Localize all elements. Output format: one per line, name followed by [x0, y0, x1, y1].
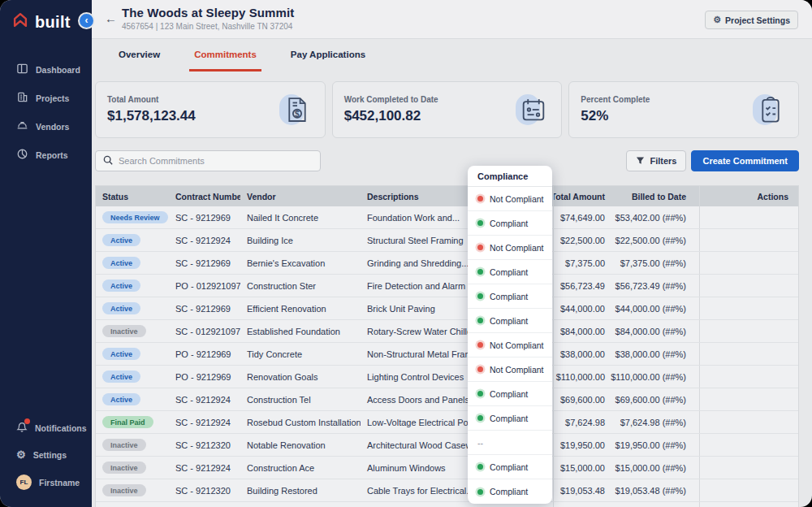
vendor-cell: Renovation Goals: [240, 372, 361, 382]
stat-label: Total Amount: [107, 95, 196, 104]
search-input[interactable]: [119, 156, 313, 166]
contract-number-cell: SC - 9212320: [169, 486, 240, 496]
compliance-row[interactable]: Not Compliant: [468, 187, 552, 211]
status-badge: Active: [102, 257, 140, 269]
contract-number-cell: SC - 9212969: [169, 213, 240, 223]
compliance-row[interactable]: Compliant: [468, 211, 552, 236]
create-commitment-label: Create Commitment: [702, 156, 788, 166]
actions-cell: [699, 229, 798, 251]
compliance-status-dot: [477, 342, 483, 348]
actions-cell: [699, 320, 798, 342]
create-commitment-button[interactable]: Create Commitment: [691, 150, 799, 171]
total-amount-cell: $56,723.49: [553, 275, 608, 297]
compliance-row[interactable]: Compliant: [468, 455, 552, 479]
vendor-cell: Notable Renovation: [240, 440, 361, 450]
table-row[interactable]: ActivePO - 012921097Construction SterFir…: [96, 275, 798, 297]
tab-commitments[interactable]: Commitments: [189, 39, 261, 72]
compliance-row[interactable]: Compliant: [468, 406, 552, 431]
vendor-cell: Building Ice: [240, 236, 361, 245]
stat-cards: Total Amount $1,578,123.44 $ Work Comple…: [95, 81, 799, 138]
compliance-status-label: Compliant: [490, 316, 528, 326]
column-header-actions[interactable]: Actions: [699, 186, 798, 206]
compliance-status-dot: [477, 489, 483, 495]
main-content: ← The Woods at Sleepy Summit 4567654 | 1…: [92, 0, 812, 507]
column-header-vendor[interactable]: Vendor: [240, 192, 361, 202]
table-row[interactable]: ActiveSC - 9212969Bernie's ExcavationGri…: [96, 252, 798, 275]
project-settings-button[interactable]: ⚙ Project Settings: [705, 11, 798, 29]
compliance-row[interactable]: Compliant: [468, 309, 552, 333]
compliance-status-label: Not Compliant: [490, 365, 544, 375]
vendor-cell: Tidy Concrete: [240, 349, 361, 359]
table-row[interactable]: ActivePO - 9212969Tidy ConcreteNon-Struc…: [96, 343, 798, 366]
compliance-row[interactable]: Not Compliant: [468, 358, 552, 382]
compliance-column-overlay[interactable]: Compliance Not CompliantCompliantNot Com…: [468, 166, 552, 504]
table-row[interactable]: Needs ReviewSC - 9212969Nailed It Concre…: [96, 206, 798, 229]
actions-cell: [699, 275, 798, 297]
back-arrow-icon[interactable]: ←: [105, 11, 117, 25]
table-row[interactable]: Final PaidSC - 9212924Rosebud Custom Ins…: [96, 411, 798, 434]
table-row[interactable]: ActivePO - 9212969Renovation GoalsLighti…: [96, 366, 798, 388]
column-header-contract-number[interactable]: Contract Number: [169, 192, 240, 202]
status-cell: Inactive: [96, 325, 169, 337]
table-row[interactable]: InactiveSC - 9212924Construction AceAlum…: [96, 457, 798, 479]
reports-icon: [16, 148, 28, 162]
table-toolbar: Filters Create Commitment: [95, 150, 799, 171]
filters-button[interactable]: Filters: [626, 150, 686, 171]
dashboard-icon: [16, 63, 28, 76]
column-header-total-amount[interactable]: Total Amount: [553, 186, 608, 206]
sidebar-item-profile[interactable]: FL Firstname: [0, 467, 92, 497]
sidebar-item-vendors[interactable]: Vendors: [0, 112, 92, 141]
contract-number-cell: PO - 9212969: [169, 349, 240, 359]
table-row[interactable]: ActiveSC - 9212924Construction TelAccess…: [96, 388, 798, 411]
contract-number-cell: PO - 012921097: [169, 281, 240, 291]
search-box[interactable]: [95, 150, 321, 171]
gear-icon: ⚙: [713, 15, 721, 25]
status-cell: Inactive: [96, 439, 169, 451]
vendor-cell: Building Restored: [240, 486, 361, 496]
tab-overview[interactable]: Overview: [114, 39, 165, 72]
description-cell: Architectural Wood Casework: [361, 440, 468, 450]
sidebar-item-projects[interactable]: Projects: [0, 84, 92, 112]
title-block: The Woods at Sleepy Summit 4567654 | 123…: [122, 6, 294, 31]
table-row[interactable]: ActiveSC - 9212924Building IceStructural…: [96, 229, 798, 252]
table-row-partial[interactable]: Final Paid: [96, 502, 798, 507]
compliance-row[interactable]: Compliant: [468, 479, 552, 504]
total-amount-cell: $15,000.00: [553, 457, 608, 479]
stat-value: $452,100.82: [344, 108, 438, 124]
total-amount-cell: $110,000.00: [553, 366, 608, 388]
table-row[interactable]: ActiveSC - 9212969Efficient RenovationBr…: [96, 297, 798, 320]
sidebar-item-reports[interactable]: Reports: [0, 141, 92, 169]
billed-to-date-cell: $15,000.00 (##%): [608, 463, 689, 473]
compliance-row[interactable]: Compliant: [468, 284, 552, 309]
column-header-status[interactable]: Status: [96, 192, 169, 202]
table-row[interactable]: InactiveSC - 012921097Established Founda…: [96, 320, 798, 343]
total-amount-cell: $19,950.00: [553, 434, 608, 456]
column-header-billed-to-date[interactable]: Billed to Date: [608, 192, 689, 202]
total-amount-cell: $7,624.98: [553, 411, 608, 433]
sidebar-item-notifications[interactable]: Notifications: [0, 414, 92, 442]
calendar-icon: [517, 92, 550, 128]
compliance-row[interactable]: Compliant: [468, 260, 552, 284]
column-header-descriptions[interactable]: Descriptions: [361, 192, 468, 202]
table-row[interactable]: InactiveSC - 9212320Building RestoredCab…: [96, 479, 798, 502]
compliance-status-dot: [477, 391, 483, 396]
actions-cell: [699, 411, 798, 433]
compliance-row[interactable]: Compliant: [468, 382, 552, 406]
description-cell: Cable Trays for Electrical...: [361, 486, 468, 496]
notification-dot: [24, 418, 30, 424]
contract-number-cell: SC - 9212924: [169, 236, 240, 245]
search-icon: [103, 154, 113, 168]
compliance-row[interactable]: --: [468, 431, 552, 455]
sidebar-item-settings[interactable]: ⚙ Settings: [0, 442, 92, 467]
sidebar-item-dashboard[interactable]: Dashboard: [0, 55, 92, 84]
total-amount-cell: $69,600.00: [553, 388, 608, 410]
compliance-status-label: Compliant: [490, 292, 528, 301]
compliance-row[interactable]: Not Compliant: [468, 333, 552, 358]
compliance-row[interactable]: Not Compliant: [468, 236, 552, 260]
billed-to-date-cell: $7,624.98 (##%): [608, 418, 689, 427]
contract-number-cell: SC - 9212969: [169, 258, 240, 268]
compliance-status-dot: [477, 464, 483, 470]
tab-pay-applications[interactable]: Pay Applications: [286, 39, 370, 72]
sidebar-collapse-button[interactable]: ‹: [78, 12, 95, 29]
table-row[interactable]: InactiveSC - 9212320Notable RenovationAr…: [96, 434, 798, 457]
